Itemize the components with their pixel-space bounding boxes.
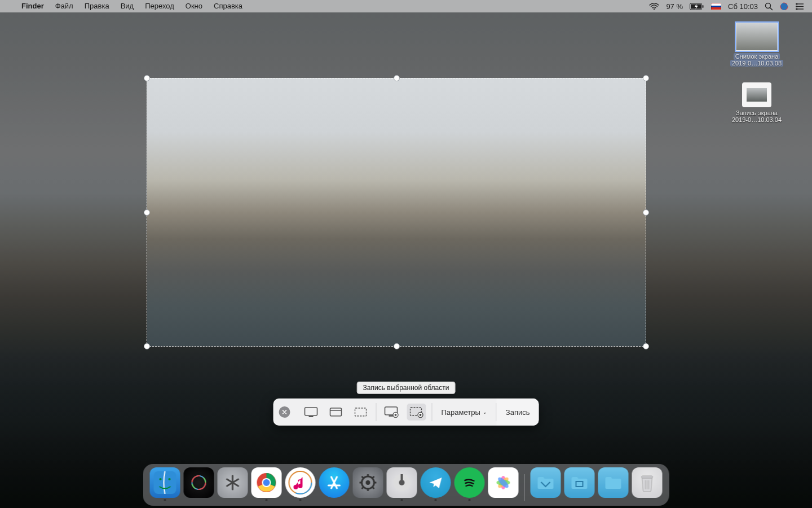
svg-point-28 <box>169 478 171 480</box>
options-label: Параметры <box>442 408 480 417</box>
capture-mode-tooltip: Запись выбранной области <box>357 382 456 394</box>
dock-app-siri[interactable] <box>184 467 214 501</box>
file-label: Снимок экрана <box>734 53 780 60</box>
menu-go[interactable]: Переход <box>139 0 180 12</box>
screenshot-toolbar: Параметры ⌄ Запись <box>273 398 539 426</box>
record-selection-button[interactable] <box>407 404 426 421</box>
capture-selection-button[interactable] <box>351 404 370 421</box>
record-button[interactable]: Запись <box>497 398 539 426</box>
dock-app-launchpad[interactable] <box>218 467 248 501</box>
input-flag-icon[interactable] <box>711 3 721 10</box>
chevron-down-icon: ⌄ <box>483 409 487 415</box>
svg-point-0 <box>654 8 655 9</box>
desktop-file-recording[interactable]: Запись экрана 2019-0…10.03.04 <box>712 82 802 123</box>
dock-trash[interactable] <box>632 467 663 501</box>
dock-folder-1[interactable] <box>531 467 561 501</box>
resize-handle-r[interactable] <box>643 209 649 216</box>
menu-bar: Finder Файл Правка Вид Переход Окно Спра… <box>0 0 812 12</box>
close-button[interactable] <box>279 406 290 418</box>
spotlight-icon[interactable] <box>765 2 773 11</box>
svg-line-5 <box>770 7 773 10</box>
svg-point-49 <box>399 480 405 485</box>
record-entire-screen-button[interactable] <box>382 404 401 421</box>
svg-point-25 <box>420 414 422 416</box>
dock-app-spotify[interactable] <box>454 467 485 501</box>
capture-selection-region[interactable] <box>147 78 646 347</box>
resize-handle-t[interactable] <box>394 75 400 81</box>
resize-handle-bl[interactable] <box>144 343 150 349</box>
screenshot-thumbnail-icon <box>736 23 778 51</box>
dock-separator <box>524 474 525 501</box>
svg-point-22 <box>395 414 397 416</box>
siri-menu-icon[interactable] <box>780 2 788 11</box>
menu-window[interactable]: Окно <box>180 0 208 12</box>
svg-rect-20 <box>389 415 394 417</box>
resize-handle-tl[interactable] <box>144 75 150 81</box>
resize-handle-tr[interactable] <box>643 75 649 81</box>
desktop-icons: Снимок экрана 2019-0…10.03.08 Запись экр… <box>712 23 802 123</box>
svg-rect-26 <box>154 471 176 494</box>
svg-line-46 <box>372 476 374 479</box>
wifi-icon[interactable] <box>649 3 659 10</box>
dock-folder-3[interactable] <box>598 467 629 501</box>
menu-edit[interactable]: Правка <box>79 0 115 12</box>
svg-line-44 <box>372 487 374 489</box>
recording-thumbnail-icon <box>742 82 771 107</box>
resize-handle-l[interactable] <box>144 209 150 216</box>
notification-center-icon[interactable] <box>795 3 804 10</box>
record-label: Запись <box>506 408 530 417</box>
svg-rect-15 <box>309 416 314 417</box>
dock-app-appstore[interactable] <box>319 467 350 501</box>
selection-border <box>147 78 646 347</box>
options-dropdown[interactable]: Параметры ⌄ <box>433 398 496 426</box>
dock-app-finder[interactable] <box>150 467 180 501</box>
svg-point-11 <box>796 3 798 5</box>
resize-handle-b[interactable] <box>394 343 400 349</box>
dock-app-itunes[interactable] <box>285 467 316 501</box>
dock-app-photos[interactable] <box>488 467 519 501</box>
capture-entire-screen-button[interactable] <box>302 404 321 421</box>
battery-icon[interactable] <box>690 3 704 10</box>
dock <box>143 464 669 506</box>
app-menu[interactable]: Finder <box>16 0 50 12</box>
file-label: Запись экрана <box>736 110 778 116</box>
dock-app-settings[interactable] <box>353 467 383 501</box>
svg-line-43 <box>362 476 364 479</box>
clock-text[interactable]: Сб 10:03 <box>728 2 758 11</box>
svg-rect-14 <box>305 408 317 415</box>
resize-handle-br[interactable] <box>643 343 649 349</box>
svg-rect-16 <box>330 408 342 416</box>
svg-point-27 <box>160 478 162 480</box>
dock-folder-2[interactable] <box>564 467 595 501</box>
svg-point-47 <box>366 480 370 485</box>
svg-rect-56 <box>642 476 653 478</box>
svg-line-45 <box>362 487 364 489</box>
capture-window-button[interactable] <box>326 404 346 421</box>
dock-app-chrome[interactable] <box>251 467 282 501</box>
svg-point-34 <box>263 479 270 486</box>
menu-view[interactable]: Вид <box>115 0 140 12</box>
dock-app-mail[interactable] <box>387 467 417 501</box>
menu-help[interactable]: Справка <box>208 0 248 12</box>
file-label: 2019-0…10.03.08 <box>730 60 783 67</box>
file-label: 2019-0…10.03.04 <box>732 116 782 123</box>
dock-app-telegram[interactable] <box>421 467 451 501</box>
battery-text[interactable]: 97 % <box>666 2 683 11</box>
svg-rect-50 <box>401 474 403 480</box>
menu-file[interactable]: Файл <box>50 0 79 12</box>
desktop-file-screenshot[interactable]: Снимок экрана 2019-0…10.03.08 <box>712 23 802 67</box>
svg-rect-2 <box>703 5 704 8</box>
svg-point-12 <box>796 6 798 7</box>
svg-point-13 <box>796 8 798 10</box>
svg-rect-18 <box>355 408 367 416</box>
